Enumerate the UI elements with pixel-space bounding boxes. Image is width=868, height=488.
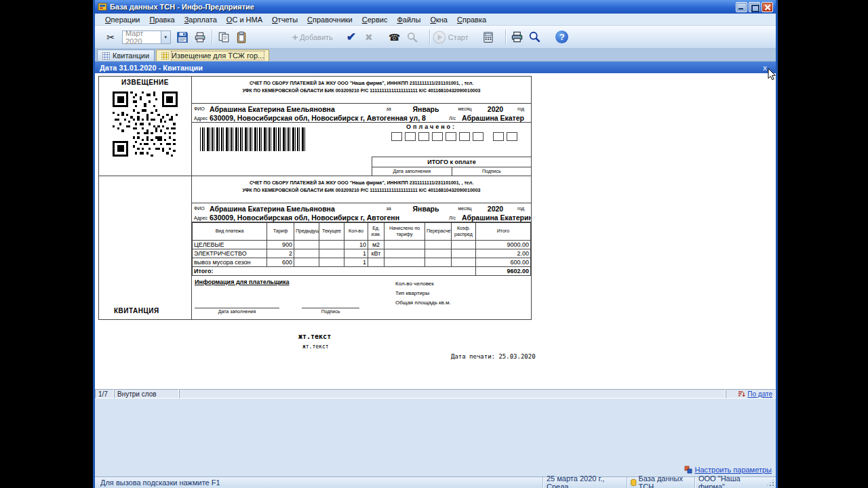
charges-row: ЭЛЕКТРИЧЕСТВО 2 1 кВт 2.00 bbox=[193, 249, 531, 258]
table-icon bbox=[102, 52, 110, 60]
charges-total-label: Итого: bbox=[193, 267, 476, 276]
tab-receipts[interactable]: Квитанции bbox=[97, 49, 155, 61]
charges-cell: 9000.00 bbox=[476, 241, 531, 249]
resize-grip[interactable] bbox=[766, 477, 776, 488]
company-line2: УФК ПО КЕМЕРОВСКОЙ ОБЛАСТИ БИК 003209210… bbox=[192, 186, 531, 194]
menu-help[interactable]: Справка bbox=[452, 15, 491, 24]
calculator-icon bbox=[482, 31, 494, 43]
address-label: Адрес bbox=[192, 116, 210, 121]
signature-label: Подпись bbox=[452, 167, 532, 176]
copy-icon bbox=[218, 31, 230, 43]
sort-by-date-label: По дате bbox=[747, 390, 772, 398]
charges-cell bbox=[384, 258, 425, 267]
search-button[interactable] bbox=[403, 28, 421, 46]
payer-name: Абрашина Екатерина Емельяновна bbox=[210, 205, 375, 213]
cut-button[interactable]: ✂ bbox=[102, 28, 119, 46]
notice-section: ИЗВЕЩЕНИЕ СЧЕТ ПО СБОРУ ПЛАТЕЖЕЙ ЗА ЖКУ … bbox=[99, 77, 531, 176]
menu-edit[interactable]: Правка bbox=[144, 15, 179, 24]
menu-salary[interactable]: Зарплата bbox=[180, 15, 222, 24]
help-button[interactable]: ? bbox=[553, 28, 571, 46]
sign-row: Дата заполнения Подпись bbox=[372, 167, 531, 176]
charges-cell bbox=[452, 258, 476, 267]
menu-reports[interactable]: Отчеты bbox=[267, 15, 302, 24]
template-text-small: жт.текст bbox=[302, 344, 329, 350]
charges-cell: 600 bbox=[267, 258, 294, 267]
menu-directories[interactable]: Справочники bbox=[302, 15, 357, 24]
play-icon bbox=[433, 30, 446, 44]
account-label: Л/с bbox=[443, 216, 462, 220]
scissors-icon: ✂ bbox=[106, 33, 115, 42]
charges-cell bbox=[425, 249, 452, 258]
cancel-button[interactable]: ✖ bbox=[360, 28, 378, 46]
year-word: год bbox=[511, 106, 531, 111]
sort-by-date[interactable]: По дате bbox=[726, 389, 776, 399]
charges-cell bbox=[384, 249, 425, 258]
payer-name: Абрашина Екатерина Емельяновна bbox=[210, 105, 375, 113]
paste-icon bbox=[235, 31, 248, 43]
payer-info-area: Информация для плательщика Кол-во челове… bbox=[192, 276, 531, 319]
paid-cell bbox=[446, 132, 456, 141]
status-filler bbox=[179, 389, 726, 399]
tab-label: Извещение для ТСЖ гор... bbox=[172, 52, 264, 60]
charges-cell bbox=[319, 258, 344, 267]
menu-os-nma[interactable]: ОС и НМА bbox=[222, 15, 267, 24]
database-name: База данных ТСН bbox=[639, 474, 692, 488]
phone-button[interactable]: ☎ bbox=[386, 28, 403, 46]
help-icon: ? bbox=[555, 30, 568, 43]
firm-name: ООО "Наша фирма" bbox=[694, 477, 766, 488]
copy-button[interactable] bbox=[215, 28, 233, 46]
people-count-label: Кол-во человек bbox=[395, 279, 451, 289]
period-select[interactable]: Март 2020 ▼ bbox=[122, 30, 171, 44]
year-word: год bbox=[511, 206, 531, 211]
confirm-button[interactable]: ✔ bbox=[342, 28, 360, 46]
charges-row: вывоз мусора сезон 600 1 600.00 bbox=[193, 258, 531, 267]
document-caption: Дата 31.01.2020 - Квитанции x bbox=[95, 62, 776, 73]
start-button[interactable]: Старт bbox=[433, 28, 469, 46]
charges-col-header: Начислено по тарифу bbox=[384, 223, 425, 241]
minimize-button[interactable] bbox=[736, 2, 747, 12]
paid-cell bbox=[418, 132, 429, 141]
address-value: 630009, Новосибирская обл, Новосибирск г… bbox=[210, 214, 443, 222]
account-value: Абрашина Екатерин bbox=[462, 214, 531, 222]
paid-cell bbox=[391, 132, 402, 141]
paid-cell bbox=[507, 132, 517, 141]
year-value: 2020 bbox=[480, 205, 511, 213]
menu-service[interactable]: Сервис bbox=[357, 15, 393, 24]
title-bar[interactable]: База данных ТСН - Инфо-Предприятие bbox=[95, 0, 776, 14]
menu-windows[interactable]: Окна bbox=[425, 15, 452, 24]
zoom-button[interactable] bbox=[526, 28, 544, 46]
paid-block: Оплачено: bbox=[391, 123, 528, 141]
paste-button[interactable] bbox=[233, 28, 250, 46]
charges-cell bbox=[294, 249, 319, 258]
account-value: Абрашина Екатер bbox=[462, 114, 531, 122]
search-mode: Внутри слов bbox=[114, 389, 179, 399]
paid-label: Оплачено: bbox=[406, 123, 528, 130]
charges-col-header: Вид платежа bbox=[193, 223, 267, 241]
print-button[interactable] bbox=[191, 28, 209, 46]
printer-icon bbox=[511, 30, 524, 43]
search-icon bbox=[406, 31, 418, 43]
close-button[interactable] bbox=[762, 2, 773, 12]
app-icon bbox=[98, 2, 107, 12]
configure-params[interactable]: Настроить параметры bbox=[684, 466, 772, 474]
tab-label: Квитанции bbox=[113, 52, 149, 60]
calculator-button[interactable] bbox=[479, 28, 497, 46]
menu-files[interactable]: Файлы bbox=[392, 15, 425, 24]
charges-col-header: Перерасчет bbox=[425, 223, 452, 241]
toolbar-separator bbox=[429, 30, 430, 45]
company-line1: СЧЕТ ПО СБОРУ ПЛАТЕЖЕЙ ЗА ЖКУ ООО "Наша … bbox=[192, 79, 531, 87]
add-button[interactable]: + Добавить bbox=[292, 28, 333, 46]
menu-operations[interactable]: Операции bbox=[100, 15, 144, 24]
chevron-down-icon: ▼ bbox=[161, 31, 170, 43]
maximize-button[interactable] bbox=[749, 2, 760, 12]
page-indicator: 1/7 bbox=[95, 389, 114, 399]
print-preview-button[interactable] bbox=[509, 28, 526, 46]
tab-notice[interactable]: Извещение для ТСЖ гор... bbox=[156, 49, 269, 61]
barcode bbox=[200, 127, 306, 151]
charges-cell: кВт bbox=[368, 249, 384, 258]
signature-line: Подпись bbox=[302, 308, 359, 314]
toolbar-separator bbox=[505, 30, 506, 45]
address-value: 630009, Новосибирская обл, Новосибирск г… bbox=[210, 114, 443, 122]
save-button[interactable] bbox=[174, 28, 191, 46]
document-area: ИЗВЕЩЕНИЕ СЧЕТ ПО СБОРУ ПЛАТЕЖЕЙ ЗА ЖКУ … bbox=[95, 73, 776, 389]
